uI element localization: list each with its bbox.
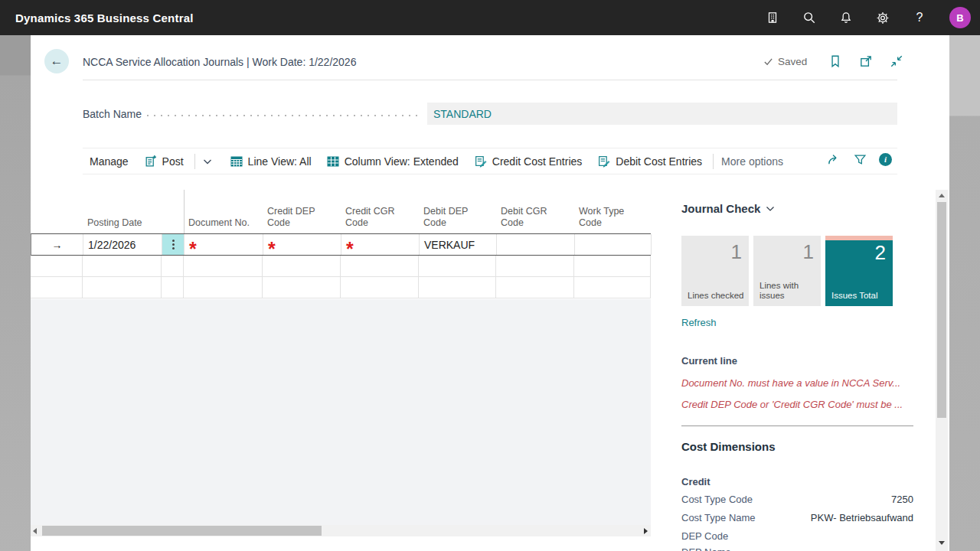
back-button[interactable]: ← (44, 49, 69, 73)
batch-name-value: STANDARD (433, 108, 492, 120)
scroll-up-arrow[interactable] (939, 194, 945, 197)
chevron-down-icon (766, 206, 775, 212)
backdrop-right (949, 35, 980, 551)
collapse-icon[interactable] (890, 54, 903, 68)
required-star-icon: * (346, 245, 354, 253)
entries-edit-icon (597, 155, 610, 168)
column-header-posting-date[interactable]: Posting Date (83, 190, 162, 233)
cue-issues-total[interactable]: 2 Issues Total (825, 236, 893, 306)
cost-type-name-row: Cost Type Name PKW- Betriebsaufwand (681, 512, 913, 526)
notifications-icon[interactable] (839, 11, 853, 24)
credit-group-label: Credit (681, 476, 710, 487)
scroll-right-arrow[interactable] (644, 528, 648, 534)
search-icon[interactable] (802, 11, 816, 24)
line-view-icon (230, 156, 243, 167)
cell-credit-dep-code[interactable]: * (263, 234, 341, 255)
cost-dimensions-heading: Cost Dimensions (681, 440, 776, 453)
error-message[interactable]: Document No. must have a value in NCCA S… (681, 377, 900, 389)
vertical-scrollbar-thumb[interactable] (937, 202, 946, 418)
post-button[interactable]: Post (144, 155, 184, 168)
journal-check-header[interactable]: Journal Check (681, 202, 775, 215)
journal-check-cues: 1 Lines checked 1 Lines with issues 2 Is… (681, 236, 893, 306)
avatar[interactable]: B (949, 7, 971, 28)
table-empty-area (31, 299, 651, 525)
cell-debit-dep-code[interactable]: VERKAUF (420, 234, 497, 255)
help-icon[interactable]: ? (913, 11, 926, 24)
scroll-left-arrow[interactable] (33, 528, 37, 534)
current-row-indicator[interactable]: → (31, 234, 83, 255)
debit-cost-entries-button[interactable]: Debit Cost Entries (597, 155, 702, 168)
app-window: Dynamics 365 Business Central (0, 0, 980, 551)
avatar-initial: B (956, 12, 963, 24)
dep-code-row: DEP Code (681, 530, 913, 544)
settings-icon[interactable] (876, 11, 890, 24)
topbar: Dynamics 365 Business Central (0, 0, 980, 35)
saved-label: Saved (778, 56, 807, 67)
cell-posting-date[interactable]: 1/22/2026 (83, 234, 162, 255)
backdrop-left (0, 35, 31, 551)
required-star-icon: * (189, 245, 197, 253)
refresh-link[interactable]: Refresh (681, 317, 717, 328)
action-toolbar: Manage Post Line View: All Column View: … (83, 148, 897, 174)
cell-credit-cgr-code[interactable]: * (341, 234, 420, 255)
bookmark-icon[interactable] (828, 54, 842, 68)
company-icon[interactable] (766, 11, 779, 24)
frozen-column-divider (184, 190, 185, 233)
column-header-work-type-code[interactable]: Work Type Code (574, 190, 651, 233)
entries-edit-icon (474, 155, 487, 168)
check-icon (763, 57, 773, 67)
cue-lines-checked[interactable]: 1 Lines checked (681, 236, 749, 306)
cell-work-type-code[interactable] (575, 234, 652, 255)
horizontal-scrollbar-thumb[interactable] (42, 526, 322, 536)
column-header-credit-cgr-code[interactable]: Credit CGR Code (341, 190, 419, 233)
ellipsis-icon (172, 240, 175, 249)
cell-row-menu-focused[interactable] (162, 234, 185, 255)
toolbar-separator (713, 154, 714, 169)
column-view-icon (327, 156, 339, 167)
cost-type-code-row: Cost Type Code 7250 (681, 494, 913, 507)
cue-lines-with-issues[interactable]: 1 Lines with issues (753, 236, 821, 306)
column-header-debit-dep-code[interactable]: Debit DEP Code (419, 190, 496, 233)
column-header-document-no[interactable]: Document No. (184, 190, 263, 233)
header-divider (83, 80, 897, 80)
current-line-heading: Current line (681, 355, 737, 367)
table-row: → 1/22/2026 * * * VERKAUF (31, 233, 651, 256)
column-header-credit-dep-code[interactable]: Credit DEP Code (263, 190, 341, 233)
info-icon[interactable]: i (879, 153, 892, 166)
toolbar-separator (194, 154, 195, 169)
open-in-new-window-icon[interactable] (859, 54, 873, 68)
share-icon[interactable] (827, 152, 841, 166)
post-icon (144, 155, 157, 168)
required-star-icon: * (268, 245, 276, 253)
column-header-debit-cgr-code[interactable]: Debit CGR Code (496, 190, 574, 233)
post-dropdown-chevron[interactable] (203, 158, 212, 165)
table-row-empty[interactable] (31, 277, 651, 298)
credit-cost-entries-button[interactable]: Credit Cost Entries (474, 155, 582, 168)
page-title[interactable]: NCCA Service Allocation Journals | Work … (83, 56, 356, 68)
cell-debit-cgr-code[interactable] (497, 234, 575, 255)
scroll-down-arrow[interactable] (939, 541, 945, 545)
line-view-button[interactable]: Line View: All (230, 155, 312, 168)
filter-icon[interactable] (853, 152, 867, 166)
app-title: Dynamics 365 Business Central (15, 11, 194, 24)
cell-document-no[interactable]: * (185, 234, 263, 255)
error-message[interactable]: Credit DEP Code or 'Credit CGR Code' mus… (681, 399, 903, 410)
batch-name-field[interactable]: STANDARD (427, 103, 897, 125)
batch-name-label: Batch Name (83, 108, 142, 120)
table-row-empty[interactable] (31, 256, 651, 277)
manage-button[interactable]: Manage (90, 155, 129, 168)
dotted-leader (147, 115, 423, 116)
more-options-button[interactable]: More options (721, 155, 783, 168)
dep-name-row: DEP Name (681, 546, 913, 551)
factbox-divider (681, 425, 913, 426)
saved-indicator: Saved (763, 56, 807, 67)
column-view-button[interactable]: Column View: Extended (327, 155, 459, 168)
